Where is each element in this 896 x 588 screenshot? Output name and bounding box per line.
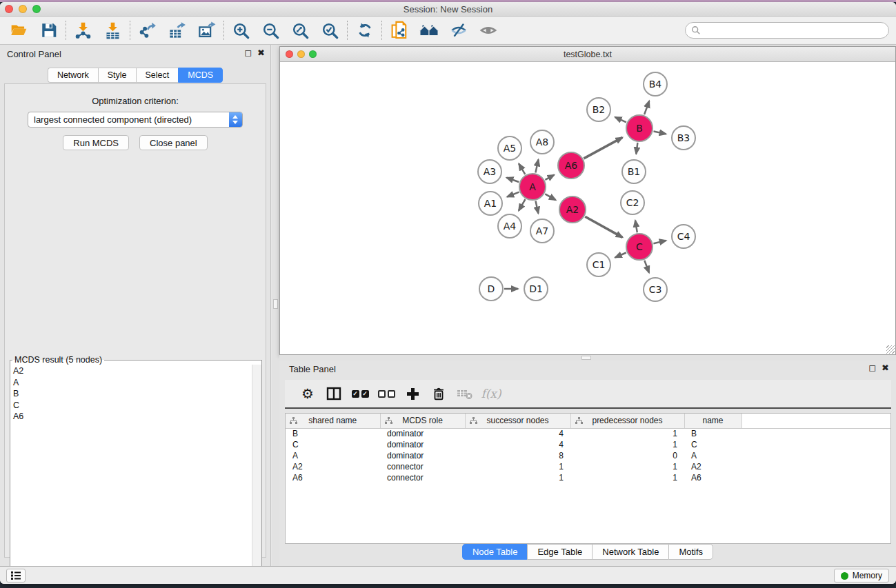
function-builder-button[interactable]: f(x) bbox=[478, 382, 504, 405]
hide-selected-button[interactable] bbox=[444, 18, 473, 43]
cell-mcds-role[interactable]: dominator bbox=[380, 439, 465, 450]
cell-shared-name[interactable]: B bbox=[286, 428, 380, 439]
edge-B-B3[interactable] bbox=[654, 132, 666, 134]
edge-A2-C[interactable] bbox=[585, 216, 622, 237]
cell-successor-nodes[interactable]: 8 bbox=[465, 450, 570, 461]
cell-name[interactable]: C bbox=[684, 439, 741, 450]
delete-column-button[interactable] bbox=[426, 382, 452, 405]
homes-button[interactable] bbox=[414, 18, 444, 43]
edge-A6-B[interactable] bbox=[584, 137, 622, 159]
sort-icon[interactable] bbox=[470, 417, 477, 425]
delete-table-button[interactable] bbox=[452, 382, 478, 405]
edge-A-A8[interactable] bbox=[535, 159, 538, 172]
cell-successor-nodes[interactable]: 4 bbox=[465, 439, 570, 450]
cell-predecessor-nodes[interactable]: 1 bbox=[570, 439, 684, 450]
result-scrollbar[interactable] bbox=[252, 365, 261, 584]
cell-mcds-role[interactable]: dominator bbox=[380, 428, 465, 439]
cell-name[interactable]: A2 bbox=[684, 461, 741, 472]
column-header-predecessor-nodes[interactable]: predecessor nodes bbox=[570, 414, 684, 428]
cell-name[interactable]: B bbox=[684, 428, 741, 439]
memory-button[interactable]: Memory bbox=[834, 569, 889, 582]
tab-node-table[interactable]: Node Table bbox=[462, 544, 528, 560]
zoom-selected-button[interactable] bbox=[315, 18, 345, 43]
cell-predecessor-nodes[interactable]: 1 bbox=[570, 472, 684, 483]
tab-style[interactable]: Style bbox=[98, 68, 136, 83]
result-item[interactable]: A bbox=[13, 377, 261, 389]
search-input[interactable] bbox=[704, 26, 883, 35]
sort-icon[interactable] bbox=[385, 417, 392, 425]
result-item[interactable]: C bbox=[13, 400, 261, 412]
cell-predecessor-nodes[interactable]: 1 bbox=[570, 461, 684, 472]
result-item[interactable]: A2 bbox=[13, 365, 261, 377]
tab-mcds[interactable]: MCDS bbox=[178, 68, 223, 83]
node-table[interactable]: shared nameMCDS rolesuccessor nodesprede… bbox=[286, 414, 890, 483]
float-panel-icon[interactable]: ◻ bbox=[868, 363, 876, 373]
refresh-button[interactable] bbox=[350, 18, 379, 43]
table-row[interactable]: Cdominator41C bbox=[286, 439, 890, 450]
edge-A-A6[interactable] bbox=[545, 175, 554, 180]
table-row[interactable]: A2connector11A2 bbox=[286, 461, 890, 472]
network-maximize-button[interactable] bbox=[309, 50, 317, 58]
close-panel-icon[interactable]: ✖ bbox=[257, 48, 265, 58]
new-network-from-file-button[interactable] bbox=[384, 18, 414, 43]
maximize-window-button[interactable] bbox=[32, 5, 41, 13]
tab-select[interactable]: Select bbox=[136, 68, 179, 83]
zoom-out-button[interactable] bbox=[256, 18, 286, 43]
run-mcds-button[interactable]: Run MCDS bbox=[63, 135, 129, 150]
export-network-button[interactable] bbox=[132, 18, 162, 43]
show-all-button[interactable] bbox=[473, 18, 503, 43]
zoom-fit-button[interactable] bbox=[286, 18, 315, 43]
add-column-button[interactable] bbox=[399, 382, 426, 405]
sort-icon[interactable] bbox=[290, 417, 297, 425]
network-close-button[interactable] bbox=[286, 50, 293, 58]
edge-C-C3[interactable] bbox=[644, 261, 649, 273]
edge-A-A2[interactable] bbox=[545, 194, 555, 200]
cell-shared-name[interactable]: C bbox=[286, 439, 380, 450]
cell-predecessor-nodes[interactable]: 0 bbox=[570, 450, 684, 461]
deselect-all-columns-button[interactable] bbox=[373, 382, 399, 405]
open-session-button[interactable] bbox=[4, 18, 34, 43]
edge-A-A5[interactable] bbox=[519, 163, 525, 174]
network-graph[interactable]: B4B2BB3A8A5A6B1A3AC2A1A2A4A7C4CC1C3DD1 bbox=[280, 62, 895, 354]
edge-C-C4[interactable] bbox=[653, 241, 666, 243]
minimize-window-button[interactable] bbox=[19, 5, 27, 13]
split-columns-button[interactable] bbox=[321, 382, 347, 405]
vertical-splitter-grip[interactable] bbox=[273, 299, 278, 309]
cell-name[interactable]: A bbox=[684, 450, 741, 461]
edge-A-A1[interactable] bbox=[507, 192, 519, 197]
edge-B-B2[interactable] bbox=[615, 117, 626, 123]
tab-network-table[interactable]: Network Table bbox=[592, 544, 668, 560]
tab-edge-table[interactable]: Edge Table bbox=[527, 544, 592, 560]
cell-name[interactable]: A6 bbox=[684, 472, 741, 483]
table-row[interactable]: Adominator80A bbox=[286, 450, 890, 461]
column-header-name[interactable]: name bbox=[684, 414, 741, 428]
edge-C-C1[interactable] bbox=[615, 253, 626, 258]
tab-motifs[interactable]: Motifs bbox=[668, 544, 713, 560]
table-settings-button[interactable]: ⚙ bbox=[295, 382, 321, 405]
resize-grip-icon[interactable] bbox=[886, 345, 895, 354]
export-image-button[interactable] bbox=[192, 18, 221, 43]
cell-mcds-role[interactable]: connector bbox=[380, 461, 465, 472]
table-row[interactable]: A6connector11A6 bbox=[286, 472, 890, 483]
export-table-button[interactable] bbox=[162, 18, 192, 43]
import-network-button[interactable] bbox=[68, 18, 98, 43]
cell-mcds-role[interactable]: connector bbox=[380, 472, 465, 483]
edge-B-B1[interactable] bbox=[636, 143, 637, 154]
cell-shared-name[interactable]: A bbox=[286, 450, 380, 461]
cell-successor-nodes[interactable]: 1 bbox=[465, 461, 570, 472]
zoom-in-button[interactable] bbox=[226, 18, 256, 43]
edge-C-C2[interactable] bbox=[635, 221, 637, 233]
network-minimize-button[interactable] bbox=[297, 50, 305, 58]
close-panel-icon[interactable]: ✖ bbox=[882, 363, 889, 373]
cell-shared-name[interactable]: A2 bbox=[286, 461, 380, 472]
result-item[interactable]: A6 bbox=[13, 411, 261, 423]
cell-successor-nodes[interactable]: 4 bbox=[465, 428, 570, 439]
cell-mcds-role[interactable]: dominator bbox=[380, 450, 465, 461]
edge-A-A7[interactable] bbox=[536, 201, 539, 214]
cell-predecessor-nodes[interactable]: 1 bbox=[570, 428, 684, 439]
cell-shared-name[interactable]: A6 bbox=[286, 472, 380, 483]
edge-A-A4[interactable] bbox=[519, 199, 526, 210]
sort-icon[interactable] bbox=[575, 417, 583, 425]
network-canvas[interactable]: B4B2BB3A8A5A6B1A3AC2A1A2A4A7C4CC1C3DD1 bbox=[280, 62, 895, 354]
result-item[interactable]: B bbox=[13, 388, 261, 400]
